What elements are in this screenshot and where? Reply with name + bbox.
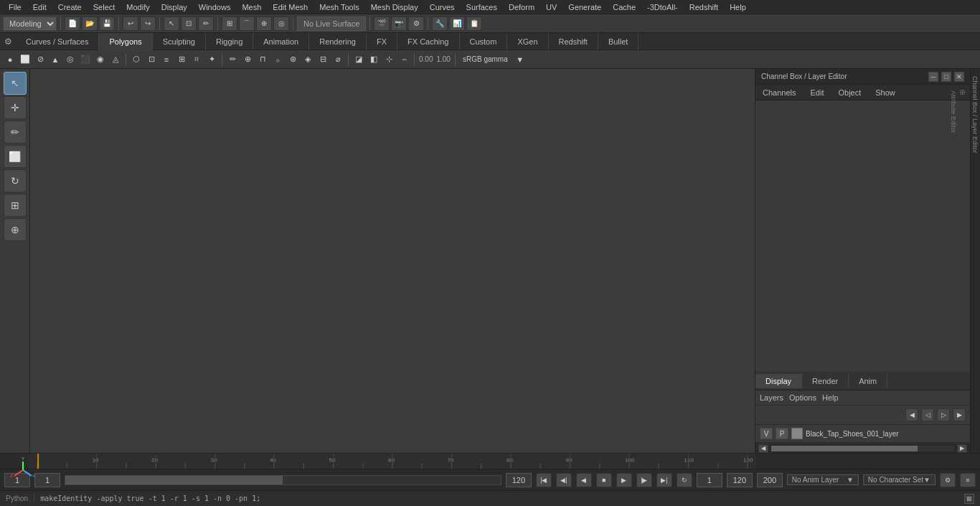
menu-edit[interactable]: Edit	[27, 1, 52, 13]
cv-curve-btn[interactable]: ⌢	[397, 52, 411, 67]
step-back-btn[interactable]: ◀|	[556, 473, 572, 487]
cone-btn[interactable]: ▲	[48, 52, 62, 67]
tab-animation[interactable]: Animation	[253, 33, 309, 50]
anim-end-field[interactable]	[727, 473, 753, 487]
target-weld-btn[interactable]: ⊛	[286, 52, 300, 67]
menu-surfaces[interactable]: Surfaces	[461, 1, 503, 13]
tab-custom[interactable]: Custom	[460, 33, 508, 50]
tab-rendering[interactable]: Rendering	[309, 33, 367, 50]
layer-color-swatch[interactable]	[791, 428, 803, 439]
layer-playback-btn[interactable]: P	[776, 428, 788, 439]
new-scene-btn[interactable]: 📄	[65, 17, 80, 31]
menu-mesh-display[interactable]: Mesh Display	[365, 1, 424, 13]
sphere-tool-btn[interactable]: ●	[3, 52, 17, 67]
menu-uv[interactable]: UV	[540, 1, 562, 13]
menu-generate[interactable]: Generate	[562, 1, 607, 13]
multi-cut-btn[interactable]: ⬦	[270, 52, 285, 67]
tab-fx-caching[interactable]: FX Caching	[397, 33, 459, 50]
plane-btn[interactable]: ⬛	[78, 52, 93, 67]
anim-start-field[interactable]	[697, 473, 722, 487]
select-btn[interactable]: ↖	[164, 17, 179, 31]
go-end-btn[interactable]: ▶|	[656, 473, 672, 487]
joint-btn[interactable]: ⊹	[382, 52, 396, 67]
dt-tab-render[interactable]: Render	[802, 374, 849, 388]
timeline-range-indicator[interactable]	[65, 475, 501, 485]
crease-btn[interactable]: ◈	[301, 52, 315, 67]
menu-file[interactable]: File	[3, 1, 27, 13]
curve-pencil-btn[interactable]: ✏	[225, 52, 240, 67]
region-select-btn[interactable]: ⬜	[4, 145, 27, 168]
scroll-right-btn[interactable]: ▶	[957, 444, 967, 453]
ch-tab-channels[interactable]: Channels	[760, 87, 798, 98]
snap-point-btn[interactable]: ⊕	[256, 17, 272, 31]
live-surface-toggle[interactable]: No Live Surface	[297, 17, 366, 31]
workspace-selector[interactable]: Modeling	[3, 17, 57, 31]
play-fwd-btn[interactable]: ▶	[616, 473, 632, 487]
lst-help[interactable]: Help	[822, 393, 839, 402]
anim-layer-selector[interactable]: No Anim Layer ▼	[787, 474, 859, 485]
dt-tab-display[interactable]: Display	[755, 374, 802, 388]
lst-layers[interactable]: Layers	[760, 393, 783, 402]
frame-current-field[interactable]	[34, 473, 60, 487]
loop-btn[interactable]: ↻	[677, 473, 692, 487]
ch-tab-show[interactable]: Show	[872, 87, 898, 98]
menu-help[interactable]: Help	[724, 1, 752, 13]
menu-windows[interactable]: Windows	[193, 1, 237, 13]
menu-3dtoall[interactable]: -3DtoAll-	[641, 1, 684, 13]
sculpt-btn[interactable]: ⌀	[331, 52, 345, 67]
uv-mode-btn[interactable]: ⌗	[189, 52, 204, 67]
panel-close-btn[interactable]: ✕	[954, 72, 964, 82]
right-panel-btn-2[interactable]: 📊	[449, 17, 465, 31]
move-mode-btn[interactable]: ✛	[4, 96, 27, 119]
light-btn[interactable]: ◧	[367, 52, 381, 67]
tab-polygons[interactable]: Polygons	[99, 33, 152, 50]
menu-select[interactable]: Select	[88, 1, 121, 13]
scroll-left-btn[interactable]: ◀	[758, 444, 768, 453]
dt-tab-anim[interactable]: Anim	[849, 374, 887, 388]
menu-create[interactable]: Create	[52, 1, 88, 13]
layer-visibility-btn[interactable]: V	[760, 428, 773, 439]
lasso-btn[interactable]: ⊡	[181, 17, 197, 31]
tab-rigging[interactable]: Rigging	[206, 33, 253, 50]
quad-draw-btn[interactable]: ⊟	[316, 52, 330, 67]
disk-btn[interactable]: ◉	[93, 52, 108, 67]
menu-deform[interactable]: Deform	[503, 1, 540, 13]
color-space-btn[interactable]: sRGB gamma	[458, 52, 512, 67]
layer-item[interactable]: V P Black_Tap_Shoes_001_layer	[755, 425, 970, 443]
snap-curve-btn[interactable]: ⌒	[239, 17, 255, 31]
tab-fx[interactable]: FX	[367, 33, 397, 50]
menu-mesh[interactable]: Mesh	[236, 1, 267, 13]
paint-mode-btn[interactable]: ✏	[4, 121, 27, 144]
tab-xgen[interactable]: XGen	[507, 33, 548, 50]
select-mode-btn[interactable]: ↖	[4, 72, 27, 95]
play-back-btn[interactable]: ◀	[576, 473, 592, 487]
panel-maximize-btn[interactable]: □	[941, 72, 951, 82]
render-settings-btn[interactable]: ⚙	[408, 17, 424, 31]
playback-end-field[interactable]	[506, 473, 532, 487]
undo-btn[interactable]: ↩	[123, 17, 138, 31]
camera-btn[interactable]: ◪	[352, 52, 366, 67]
character-set-selector[interactable]: No Character Set ▼	[863, 474, 936, 485]
paint-select-btn[interactable]: ✏	[198, 17, 214, 31]
render-btn[interactable]: 🎬	[374, 17, 390, 31]
color-space-down-btn[interactable]: ▼	[513, 52, 527, 67]
cylinder-btn[interactable]: ⊘	[33, 52, 47, 67]
command-bar-icon[interactable]: ⊞	[964, 494, 974, 504]
cube-tool-btn[interactable]: ⬜	[18, 52, 32, 67]
anim-settings-btn[interactable]: ⚙	[940, 473, 956, 487]
scale-mode-btn[interactable]: ⊕	[4, 218, 27, 241]
ch-tab-object[interactable]: Object	[835, 87, 864, 98]
stop-btn[interactable]: ■	[596, 473, 612, 487]
open-scene-btn[interactable]: 📂	[82, 17, 98, 31]
ch-tab-edit[interactable]: Edit	[807, 87, 826, 98]
scroll-track[interactable]	[771, 446, 954, 451]
menu-curves[interactable]: Curves	[424, 1, 461, 13]
poly-extrude-btn[interactable]: ⊕	[240, 52, 255, 67]
tab-curves-surfaces[interactable]: Curves / Surfaces	[16, 33, 99, 50]
go-start-btn[interactable]: |◀	[536, 473, 552, 487]
rotate-mode-btn[interactable]: ↻	[4, 169, 27, 192]
render-seq-btn[interactable]: 📷	[391, 17, 407, 31]
redo-btn[interactable]: ↪	[140, 17, 156, 31]
channel-box-label[interactable]: Channel Box / Layer Editor	[971, 76, 979, 446]
obj-mode-btn[interactable]: ⊞	[174, 52, 189, 67]
